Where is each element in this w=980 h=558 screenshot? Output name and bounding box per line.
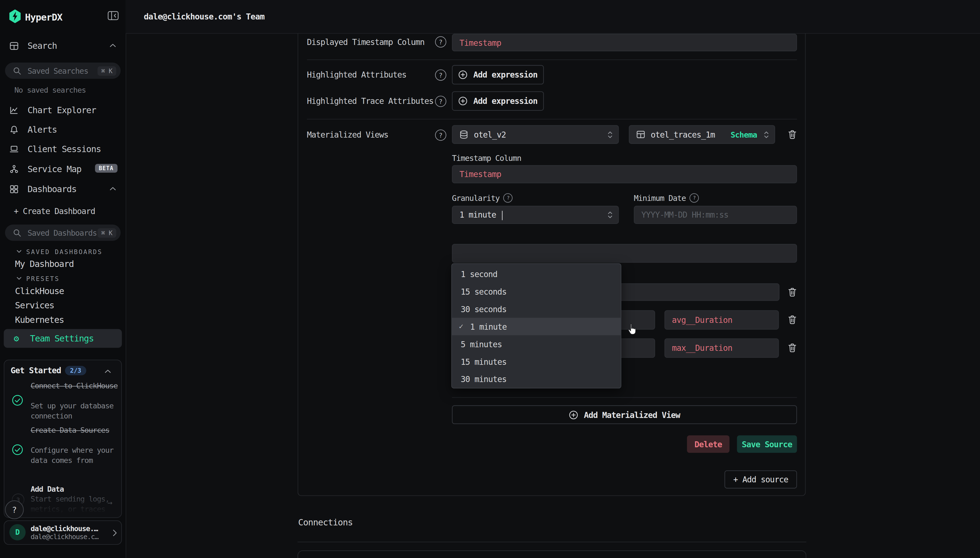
chevron-up-icon[interactable] [109,43,116,49]
saved-dashboards-input[interactable]: Saved Dashboards ⌘ K [5,225,121,241]
plus-circle-icon [569,410,578,419]
plus-circle-icon [458,70,468,79]
help-button[interactable]: ? [5,501,24,519]
dropdown-option[interactable]: 30 seconds [452,300,621,318]
save-source-button[interactable]: Save Source [737,435,797,453]
delete-column-icon[interactable] [788,343,797,353]
shortcut-badge: ⌘ K [98,66,116,75]
help-icon[interactable]: ? [435,36,446,48]
app-window: HyperDX Search Saved Searches ⌘ K No sav… [0,0,980,558]
delete-button[interactable]: Delete [687,435,730,453]
sidebar-collapse-icon[interactable] [108,11,119,21]
sidebar-item-services[interactable]: Services [0,299,126,312]
database-select[interactable]: otel_v2 [452,125,619,144]
help-icon[interactable]: ? [504,193,513,202]
check-icon: ✓ [459,322,463,331]
add-expression-button[interactable]: Add expression [452,65,544,84]
sidebar-item-chart-explorer[interactable]: Chart Explorer [0,102,126,119]
delete-column-icon[interactable] [788,315,797,325]
dropdown-option[interactable]: 30 minutes [452,370,621,388]
help-icon[interactable]: ? [435,96,446,107]
step-desc: Configure where your data comes from [31,446,118,465]
team-title: dale@clickhouse.com's Team [144,12,265,21]
add-source-button[interactable]: + Add source [725,470,797,488]
sidebar-item-search[interactable]: Search [0,37,126,54]
chevron-up-icon[interactable] [104,368,111,375]
add-materialized-view-button[interactable]: Add Materialized View [452,405,797,424]
chevron-down-icon [16,249,22,254]
step-desc: Set up your database connection [31,402,118,421]
main-content: Displayed Timestamp Column ? Timestamp H… [126,33,980,558]
divider [307,59,797,60]
delete-column-icon[interactable] [788,287,797,297]
granularity-select[interactable]: 1 minute [452,206,619,224]
sidebar-item-my-dashboard[interactable]: My Dashboard [0,258,126,270]
sidebar-item-clickhouse[interactable]: ClickHouse [0,284,126,297]
materialized-views-label: Materialized Views [307,130,388,140]
dropdown-option[interactable]: 5 minutes [452,335,621,353]
add-expression-button[interactable]: Add expression [452,91,544,111]
search-icon [13,228,21,237]
avatar: D [9,524,26,540]
saved-searches-placeholder: Saved Searches [28,66,88,75]
connections-title: Connections [298,517,353,527]
timestamp-column-input[interactable]: Timestamp [452,165,797,183]
delete-materialized-view-icon[interactable] [788,130,797,140]
sidebar-item-kubernetes[interactable]: Kubernetes [0,313,126,326]
displayed-timestamp-input[interactable]: Timestamp [452,34,797,51]
select-carets-icon [607,211,612,219]
granularity-label: Granularity ? [452,193,513,202]
dropdown-option[interactable]: 15 minutes [452,353,621,370]
help-icon[interactable]: ? [435,69,446,80]
help-icon[interactable]: ? [690,193,699,202]
sidebar-item-team-settings[interactable]: ⚙ Team Settings [4,329,122,348]
create-dashboard-button[interactable]: + Create Dashboard [14,206,95,216]
gear-icon: ⚙ [14,334,19,343]
minimum-date-input[interactable]: YYYY-MM-DD HH:mm:ss [634,206,797,224]
dashboards-icon [9,184,19,194]
connections-card [298,550,807,558]
check-circle-icon [12,395,23,406]
sidebar-item-client-sessions[interactable]: Client Sessions [0,140,126,158]
dropdown-option[interactable]: 1 second [452,265,621,283]
sidebar: HyperDX Search Saved Searches ⌘ K No sav… [0,0,126,558]
get-started-step-2[interactable]: Create Data Sources Configure where your… [4,425,121,494]
sidebar-item-label: Alerts [28,125,57,135]
table-select[interactable]: otel_traces_1m Schema [629,125,775,144]
select-carets-icon [607,130,612,139]
chevron-right-icon [112,529,118,537]
schema-link[interactable]: Schema [731,130,757,139]
minimum-date-label: Minimum Date ? [634,193,699,202]
divider [307,119,797,120]
search-section-icon [9,41,19,50]
chevron-up-icon[interactable] [109,186,116,192]
get-started-card: Get Started 2/3 Connect to ClickHouse Se… [4,359,122,518]
mouse-cursor-icon [627,323,638,336]
highlighted-attributes-label: Highlighted Attributes [307,70,406,79]
table-icon [636,130,645,139]
sidebar-item-dashboards[interactable]: Dashboards [0,180,126,198]
dropdown-option[interactable]: 15 seconds [452,283,621,300]
saved-dashboards-group-header[interactable]: SAVED DASHBOARDS [0,247,126,256]
column-name-input[interactable]: avg__Duration [664,310,779,330]
text-cursor [502,211,502,220]
progress-badge: 2/3 [65,366,86,375]
saved-dashboards-placeholder: Saved Dashboards [28,228,97,237]
help-icon[interactable]: ? [435,130,446,141]
check-circle-icon [12,444,23,455]
brand-title: HyperDX [25,12,62,23]
step-title: Create Data Sources [31,426,118,435]
column-expression-input[interactable] [452,244,797,263]
select-carets-icon [764,130,769,139]
no-saved-searches-text: No saved searches [14,86,86,95]
search-icon [13,67,21,75]
user-menu[interactable]: D dale@clickhouse.… dale@clickhouse.c… [4,520,122,545]
sidebar-item-label: Team Settings [30,333,94,343]
saved-searches-input[interactable]: Saved Searches ⌘ K [5,62,121,79]
timestamp-column-label: Timestamp Column [452,153,521,162]
sidebar-item-alerts[interactable]: Alerts [0,121,126,138]
column-name-input[interactable]: max__Duration [664,338,779,358]
dropdown-option-selected[interactable]: ✓ 1 minute [452,318,621,335]
sidebar-item-service-map[interactable]: Service Map BETA [0,160,126,177]
presets-group-header[interactable]: PRESETS [0,274,126,283]
